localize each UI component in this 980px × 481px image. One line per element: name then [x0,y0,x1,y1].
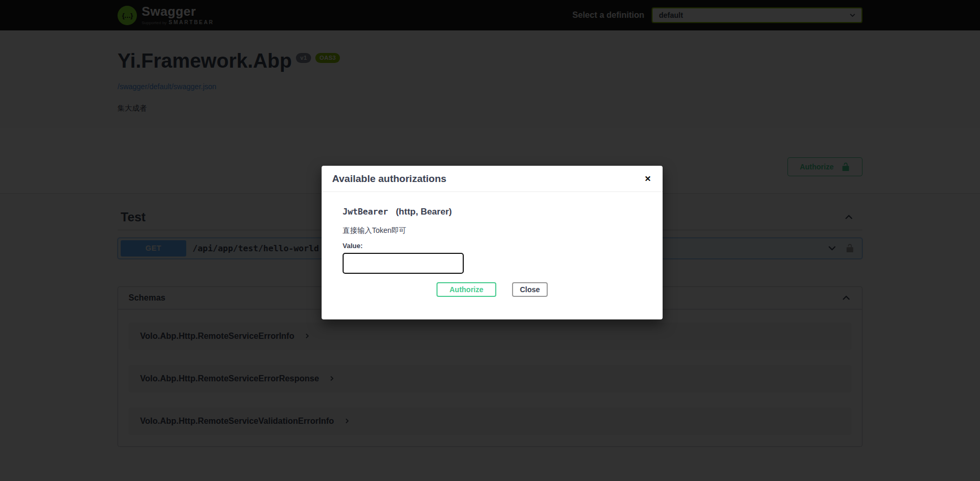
swagger-ui-page: {…} Swagger Supported by SMARTBEAR Selec… [0,0,980,481]
auth-scheme-type: (http, Bearer) [396,207,452,217]
close-icon[interactable]: ✕ [644,174,651,184]
modal-close-button[interactable]: Close [512,282,548,297]
modal-header: Available authorizations ✕ [322,166,663,192]
auth-scheme-description: 直接输入Token即可 [343,226,642,236]
modal-body: JwtBearer (http, Bearer) 直接输入Token即可 Val… [322,192,663,316]
authorizations-modal: Available authorizations ✕ JwtBearer (ht… [322,166,663,319]
modal-authorize-button[interactable]: Authorize [436,282,496,297]
auth-scheme-heading: JwtBearer (http, Bearer) [343,207,642,217]
modal-title: Available authorizations [332,173,446,185]
token-value-input[interactable] [343,253,464,274]
auth-scheme-name: JwtBearer [343,207,388,217]
value-label: Value: [343,242,642,250]
modal-actions: Authorize Close [343,282,642,297]
